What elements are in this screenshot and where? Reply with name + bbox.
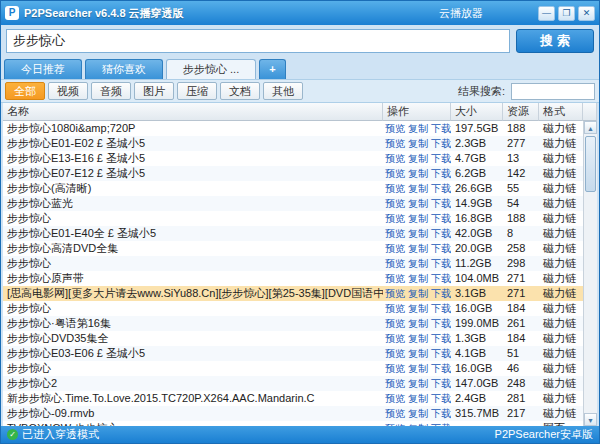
vertical-scrollbar[interactable]: ▲ ▼	[583, 121, 597, 426]
table-row[interactable]: 步步惊心预览复制下载16.8GB188磁力链	[3, 211, 583, 226]
table-row[interactable]: 步步惊心高清DVD全集预览复制下载20.0GB258磁力链	[3, 241, 583, 256]
preview-link[interactable]: 预览	[385, 153, 405, 164]
download-link[interactable]: 下载	[431, 288, 451, 299]
table-row[interactable]: 步步惊心蓝光预览复制下载14.9GB54磁力链	[3, 196, 583, 211]
download-link[interactable]: 下载	[431, 258, 451, 269]
copy-link[interactable]: 复制	[408, 288, 428, 299]
search-button[interactable]: 搜 索	[516, 29, 594, 53]
close-button[interactable]: ✕	[578, 6, 595, 21]
filter-archive[interactable]: 压缩	[177, 82, 217, 100]
preview-link[interactable]: 预览	[385, 348, 405, 359]
filter-image[interactable]: 图片	[134, 82, 174, 100]
table-row[interactable]: 步步惊心预览复制下载16.0GB46磁力链	[3, 361, 583, 376]
preview-link[interactable]: 预览	[385, 243, 405, 254]
download-link[interactable]: 下载	[431, 168, 451, 179]
preview-link[interactable]: 预览	[385, 183, 405, 194]
table-row[interactable]: 步步惊心E03-E06 £ 圣城小5预览复制下载4.1GB51磁力链	[3, 346, 583, 361]
download-link[interactable]: 下载	[431, 303, 451, 314]
table-row[interactable]: 步步惊心DVD35集全预览复制下载1.3GB184磁力链	[3, 331, 583, 346]
table-row[interactable]: 步步惊心·粤语第16集预览复制下载199.0MB261磁力链	[3, 316, 583, 331]
table-row[interactable]: [思高电影网][更多大片请去www.SiYu88.Cn][步步惊心][第25-3…	[3, 286, 583, 301]
header-format[interactable]: 格式	[539, 103, 583, 121]
copy-link[interactable]: 复制	[408, 348, 428, 359]
android-version-link[interactable]: P2PSearcher安卓版	[495, 427, 593, 442]
table-row[interactable]: 步步惊心-09.rmvb预览复制下载315.7MB217磁力链	[3, 406, 583, 421]
copy-link[interactable]: 复制	[408, 198, 428, 209]
header-size[interactable]: 大小	[451, 103, 503, 121]
header-resources[interactable]: 资源	[503, 103, 539, 121]
tab-search-result[interactable]: 步步惊心 ...	[166, 59, 256, 79]
table-row[interactable]: 步步惊心E01-E02 £ 圣城小5预览复制下载2.3GB277磁力链	[3, 136, 583, 151]
new-tab-button[interactable]: +	[259, 59, 285, 79]
table-row[interactable]: 步步惊心预览复制下载11.2GB298磁力链	[3, 256, 583, 271]
preview-link[interactable]: 预览	[385, 198, 405, 209]
download-link[interactable]: 下载	[431, 243, 451, 254]
table-row[interactable]: 步步惊心原声带预览复制下载104.0MB271磁力链	[3, 271, 583, 286]
copy-link[interactable]: 复制	[408, 153, 428, 164]
copy-link[interactable]: 复制	[408, 258, 428, 269]
header-action[interactable]: 操作	[383, 103, 451, 121]
table-row[interactable]: 步步惊心(高清晰)预览复制下载26.6GB55磁力链	[3, 181, 583, 196]
filter-video[interactable]: 视频	[48, 82, 88, 100]
download-link[interactable]: 下载	[431, 228, 451, 239]
download-link[interactable]: 下载	[431, 198, 451, 209]
filter-document[interactable]: 文档	[220, 82, 260, 100]
minimize-button[interactable]: —	[538, 6, 555, 21]
download-link[interactable]: 下载	[431, 183, 451, 194]
tab-today-recommend[interactable]: 今日推荐	[4, 59, 82, 79]
copy-link[interactable]: 复制	[408, 123, 428, 134]
download-link[interactable]: 下载	[431, 393, 451, 404]
preview-link[interactable]: 预览	[385, 213, 405, 224]
result-filter-input[interactable]	[511, 83, 595, 100]
preview-link[interactable]: 预览	[385, 273, 405, 284]
scroll-up-icon[interactable]: ▲	[584, 121, 597, 134]
copy-link[interactable]: 复制	[408, 213, 428, 224]
preview-link[interactable]: 预览	[385, 138, 405, 149]
copy-link[interactable]: 复制	[408, 393, 428, 404]
copy-link[interactable]: 复制	[408, 138, 428, 149]
table-row[interactable]: 步步惊心1080i&amp;720P预览复制下载197.5GB188磁力链	[3, 121, 583, 136]
filter-audio[interactable]: 音频	[91, 82, 131, 100]
copy-link[interactable]: 复制	[408, 228, 428, 239]
table-row[interactable]: 步步惊心E01-E40全 £ 圣城小5预览复制下载42.0GB8磁力链	[3, 226, 583, 241]
scrollbar-thumb[interactable]	[585, 136, 596, 192]
download-link[interactable]: 下载	[431, 153, 451, 164]
preview-link[interactable]: 预览	[385, 303, 405, 314]
copy-link[interactable]: 复制	[408, 303, 428, 314]
preview-link[interactable]: 预览	[385, 333, 405, 344]
preview-link[interactable]: 预览	[385, 288, 405, 299]
maximize-button[interactable]: ❐	[558, 6, 575, 21]
download-link[interactable]: 下载	[431, 273, 451, 284]
download-link[interactable]: 下载	[431, 408, 451, 419]
copy-link[interactable]: 复制	[408, 333, 428, 344]
preview-link[interactable]: 预览	[385, 408, 405, 419]
copy-link[interactable]: 复制	[408, 363, 428, 374]
header-name[interactable]: 名称	[3, 103, 383, 121]
download-link[interactable]: 下载	[431, 213, 451, 224]
copy-link[interactable]: 复制	[408, 318, 428, 329]
download-link[interactable]: 下载	[431, 378, 451, 389]
copy-link[interactable]: 复制	[408, 273, 428, 284]
download-link[interactable]: 下载	[431, 348, 451, 359]
preview-link[interactable]: 预览	[385, 393, 405, 404]
copy-link[interactable]: 复制	[408, 408, 428, 419]
preview-link[interactable]: 预览	[385, 123, 405, 134]
download-link[interactable]: 下载	[431, 318, 451, 329]
filter-other[interactable]: 其他	[263, 82, 303, 100]
table-row[interactable]: 步步惊心E13-E16 £ 圣城小5预览复制下载4.7GB13磁力链	[3, 151, 583, 166]
cloud-player-link[interactable]: 云播放器	[439, 6, 483, 21]
filter-all[interactable]: 全部	[5, 82, 45, 100]
table-row[interactable]: 新步步惊心.Time.To.Love.2015.TC720P.X264.AAC.…	[3, 391, 583, 406]
table-row[interactable]: 步步惊心E07-E12 £ 圣城小5预览复制下载6.2GB142磁力链	[3, 166, 583, 181]
copy-link[interactable]: 复制	[408, 378, 428, 389]
copy-link[interactable]: 复制	[408, 183, 428, 194]
scroll-down-icon[interactable]: ▼	[584, 413, 597, 426]
search-input[interactable]	[6, 29, 510, 53]
tab-guess-you-like[interactable]: 猜你喜欢	[85, 59, 163, 79]
download-link[interactable]: 下载	[431, 138, 451, 149]
copy-link[interactable]: 复制	[408, 168, 428, 179]
preview-link[interactable]: 预览	[385, 363, 405, 374]
table-row[interactable]: 步步惊心2预览复制下载147.0GB248磁力链	[3, 376, 583, 391]
preview-link[interactable]: 预览	[385, 378, 405, 389]
download-link[interactable]: 下载	[431, 333, 451, 344]
